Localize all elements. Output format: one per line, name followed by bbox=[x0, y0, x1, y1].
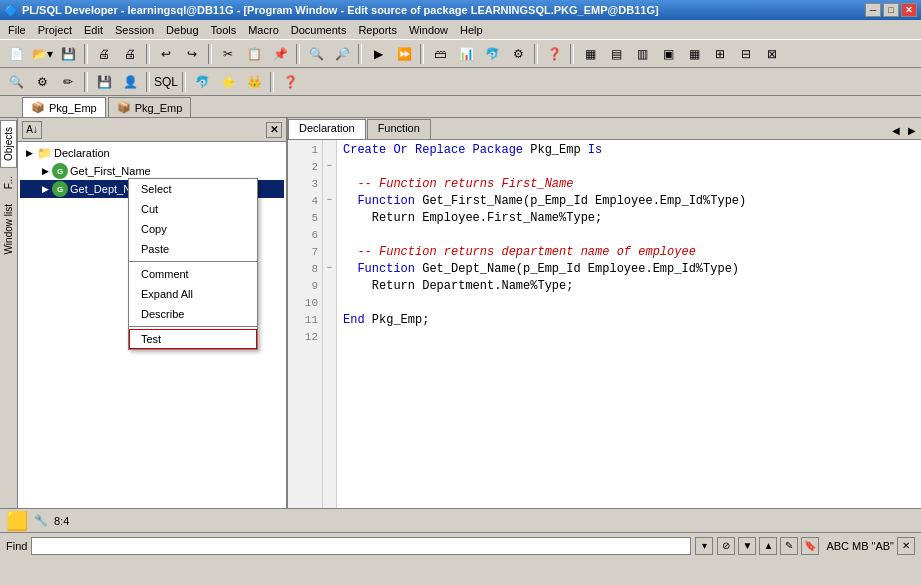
menu-window[interactable]: Window bbox=[403, 22, 454, 38]
menu-help[interactable]: Help bbox=[454, 22, 489, 38]
tree-item-declaration[interactable]: ▶ 📁 Declaration bbox=[20, 144, 284, 162]
status-icon-1: 🟨 bbox=[6, 510, 28, 532]
ctx-cut[interactable]: Cut bbox=[129, 199, 257, 219]
find-prev-btn[interactable]: ⊘ bbox=[717, 537, 735, 555]
ctx-describe[interactable]: Describe bbox=[129, 304, 257, 324]
menu-session[interactable]: Session bbox=[109, 22, 160, 38]
tb-col5[interactable]: ▦ bbox=[682, 43, 706, 65]
min-button[interactable]: ─ bbox=[865, 3, 881, 17]
func-icon-get-dept-name: G bbox=[52, 181, 68, 197]
tb-col4[interactable]: ▣ bbox=[656, 43, 680, 65]
tab-pkg-emp-2[interactable]: 📦 Pkg_Emp bbox=[108, 97, 192, 117]
document-tab-bar: 📦 Pkg_Emp 📦 Pkg_Emp bbox=[0, 96, 921, 118]
ctx-comment[interactable]: Comment bbox=[129, 264, 257, 284]
tb-col8[interactable]: ⊠ bbox=[760, 43, 784, 65]
tb-help[interactable]: ❓ bbox=[542, 43, 566, 65]
menu-debug[interactable]: Debug bbox=[160, 22, 204, 38]
find-mode-quote: "AB" bbox=[872, 540, 894, 552]
tab-function[interactable]: Function bbox=[367, 119, 431, 139]
find-next-btn[interactable]: ▼ bbox=[738, 537, 756, 555]
tb-find[interactable]: 🔍 bbox=[304, 43, 328, 65]
code-area[interactable]: 1 2 3 4 5 6 7 8 9 10 11 12 − − bbox=[288, 140, 921, 508]
tb-print2[interactable]: 🖨 bbox=[118, 43, 142, 65]
tb-col3[interactable]: ▥ bbox=[630, 43, 654, 65]
tb2-person[interactable]: 👤 bbox=[118, 71, 142, 93]
tb2-star[interactable]: ⭐ bbox=[216, 71, 240, 93]
tb-db3[interactable]: 🐬 bbox=[480, 43, 504, 65]
tb-db2[interactable]: 📊 bbox=[454, 43, 478, 65]
menu-documents[interactable]: Documents bbox=[285, 22, 353, 38]
folder-icon-declaration: 📁 bbox=[36, 145, 52, 161]
sort-button[interactable]: A↓ bbox=[22, 121, 42, 139]
close-button[interactable]: ✕ bbox=[901, 3, 917, 17]
tb-col2[interactable]: ▤ bbox=[604, 43, 628, 65]
tb-db4[interactable]: ⚙ bbox=[506, 43, 530, 65]
menu-tools[interactable]: Tools bbox=[205, 22, 243, 38]
find-up-btn[interactable]: ▲ bbox=[759, 537, 777, 555]
tab-window-list[interactable]: Window list bbox=[0, 197, 17, 262]
tb-col6[interactable]: ⊞ bbox=[708, 43, 732, 65]
ctx-select[interactable]: Select bbox=[129, 179, 257, 199]
menu-macro[interactable]: Macro bbox=[242, 22, 285, 38]
object-panel-header: A↓ ✕ bbox=[18, 118, 286, 142]
nav-right[interactable]: ▶ bbox=[905, 124, 919, 137]
tab-icon-1: 📦 bbox=[31, 101, 45, 114]
ctx-test[interactable]: Test bbox=[129, 329, 257, 349]
tab-pkg-emp-1[interactable]: 📦 Pkg_Emp bbox=[22, 97, 106, 117]
ctx-copy[interactable]: Copy bbox=[129, 219, 257, 239]
tb-col7[interactable]: ⊟ bbox=[734, 43, 758, 65]
tb-redo[interactable]: ↪ bbox=[180, 43, 204, 65]
tb-print[interactable]: 🖨 bbox=[92, 43, 116, 65]
menu-edit[interactable]: Edit bbox=[78, 22, 109, 38]
status-icon-2: 🔧 bbox=[34, 514, 48, 527]
tb-compile[interactable]: ▶ bbox=[366, 43, 390, 65]
tb2-q[interactable]: ❓ bbox=[278, 71, 302, 93]
menu-file[interactable]: File bbox=[2, 22, 32, 38]
find-options-btn[interactable]: ✎ bbox=[780, 537, 798, 555]
tb-find2[interactable]: 🔎 bbox=[330, 43, 354, 65]
title-text: PL/SQL Developer - learningsql@DB11G - [… bbox=[22, 4, 659, 16]
object-panel: A↓ ✕ ▶ 📁 Declaration ▶ G Get_First_Name … bbox=[18, 118, 288, 508]
tb2-fish[interactable]: 🐬 bbox=[190, 71, 214, 93]
tab-declaration[interactable]: Declaration bbox=[288, 119, 366, 139]
ctx-paste[interactable]: Paste bbox=[129, 239, 257, 259]
context-menu: Select Cut Copy Paste Comment Expand All… bbox=[128, 178, 258, 350]
tb-compile2[interactable]: ⏩ bbox=[392, 43, 416, 65]
tb-save[interactable]: 💾 bbox=[56, 43, 80, 65]
tab-label-1: Pkg_Emp bbox=[49, 102, 97, 114]
nav-left[interactable]: ◀ bbox=[889, 124, 903, 137]
tb2-pencil[interactable]: ✏ bbox=[56, 71, 80, 93]
tb-open-dropdown[interactable]: 📂▾ bbox=[30, 43, 54, 65]
find-close-btn[interactable]: ✕ bbox=[897, 537, 915, 555]
panel-close-button[interactable]: ✕ bbox=[266, 122, 282, 138]
menu-project[interactable]: Project bbox=[32, 22, 78, 38]
status-position: 8:4 bbox=[54, 515, 69, 527]
tb2-heart[interactable]: 💾 bbox=[92, 71, 116, 93]
left-tabs-bar: Objects F... Window list bbox=[0, 118, 18, 508]
tb-copy[interactable]: 📋 bbox=[242, 43, 266, 65]
tb-undo[interactable]: ↩ bbox=[154, 43, 178, 65]
tab-favorites[interactable]: F... bbox=[0, 169, 17, 196]
main-container: Objects F... Window list A↓ ✕ ▶ 📁 Declar… bbox=[0, 118, 921, 508]
tab-icon-2: 📦 bbox=[117, 101, 131, 114]
fold-column: − − − bbox=[323, 140, 337, 508]
find-input[interactable] bbox=[31, 537, 691, 555]
find-bookmark-btn[interactable]: 🔖 bbox=[801, 537, 819, 555]
find-dropdown-btn[interactable]: ▾ bbox=[695, 537, 713, 555]
tb-col1[interactable]: ▦ bbox=[578, 43, 602, 65]
tb-cut[interactable]: ✂ bbox=[216, 43, 240, 65]
tb-db1[interactable]: 🗃 bbox=[428, 43, 452, 65]
code-content[interactable]: Create Or Replace Package Pkg_Emp Is -- … bbox=[337, 140, 921, 508]
max-button[interactable]: □ bbox=[883, 3, 899, 17]
menu-reports[interactable]: Reports bbox=[352, 22, 403, 38]
expand-declaration: ▶ bbox=[22, 146, 36, 160]
tb2-sql[interactable]: SQL bbox=[154, 71, 178, 93]
ctx-expand-all[interactable]: Expand All bbox=[129, 284, 257, 304]
tb2-search[interactable]: 🔍 bbox=[4, 71, 28, 93]
ctx-sep-2 bbox=[129, 326, 257, 327]
tab-objects[interactable]: Objects bbox=[0, 120, 17, 168]
tb2-crown[interactable]: 👑 bbox=[242, 71, 266, 93]
tb2-cfg[interactable]: ⚙ bbox=[30, 71, 54, 93]
tb-paste[interactable]: 📌 bbox=[268, 43, 292, 65]
tb-new[interactable]: 📄 bbox=[4, 43, 28, 65]
